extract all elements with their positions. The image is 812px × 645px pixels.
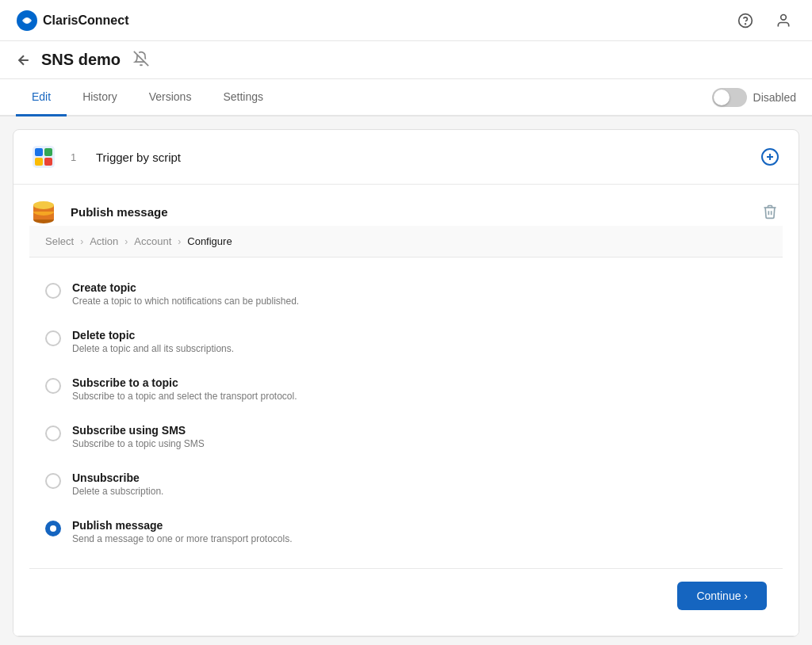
tab-settings[interactable]: Settings <box>207 79 279 116</box>
breadcrumb-select[interactable]: Select <box>45 235 74 247</box>
option-subscribe-topic-text: Subscribe to a topic Subscribe to a topi… <box>72 376 297 402</box>
radio-delete-topic[interactable] <box>45 330 61 346</box>
logo: ClarisConnect <box>16 10 128 32</box>
page-title: SNS demo <box>41 51 121 69</box>
trigger-icon <box>31 144 56 170</box>
help-icon <box>737 13 753 29</box>
option-subscribe-sms-desc: Subscribe to a topic using SMS <box>72 438 205 449</box>
navbar-left: ClarisConnect <box>16 10 128 32</box>
breadcrumb-action[interactable]: Action <box>90 235 118 247</box>
option-create-topic-title: Create topic <box>72 281 299 294</box>
option-unsubscribe-text: Unsubscribe Delete a subscription. <box>72 471 163 497</box>
enabled-toggle[interactable] <box>712 88 747 107</box>
toggle-label: Disabled <box>753 91 796 104</box>
options-list: Create topic Create a topic to which not… <box>29 258 783 568</box>
option-subscribe-sms-text: Subscribe using SMS Subscribe to a topic… <box>72 424 205 449</box>
back-button[interactable] <box>16 52 32 68</box>
main-content: 1 Trigger by script <box>0 116 812 645</box>
svg-rect-10 <box>44 158 52 166</box>
trigger-step-icon <box>29 143 58 171</box>
radio-inner-dot <box>50 525 56 532</box>
help-button[interactable] <box>733 8 758 33</box>
back-arrow-icon <box>16 52 32 68</box>
option-publish-message-desc: Send a message to one or more transport … <box>72 533 292 544</box>
app-name: ClarisConnect <box>43 13 128 28</box>
tab-edit[interactable]: Edit <box>16 79 67 116</box>
option-subscribe-topic-desc: Subscribe to a topic and select the tran… <box>72 391 297 402</box>
chevron-icon-2: › <box>124 236 128 247</box>
delete-step-button[interactable] <box>757 199 783 224</box>
option-create-topic-desc: Create a topic to which notifications ca… <box>72 296 299 307</box>
breadcrumb-account[interactable]: Account <box>134 235 171 247</box>
publish-header: Publish message <box>29 197 783 226</box>
workflow-card: 1 Trigger by script <box>13 129 799 637</box>
option-create-topic-text: Create topic Create a topic to which not… <box>72 281 299 307</box>
toggle-area: Disabled <box>712 88 796 107</box>
option-publish-message[interactable]: Publish message Send a message to one or… <box>45 508 767 555</box>
continue-button[interactable]: Continue › <box>677 582 767 610</box>
trigger-step-name: Trigger by script <box>96 151 745 164</box>
user-button[interactable] <box>771 8 796 33</box>
tabs-bar: Edit History Versions Settings Disabled <box>0 79 812 116</box>
trigger-step-number: 1 <box>71 151 83 163</box>
option-unsubscribe-title: Unsubscribe <box>72 471 163 484</box>
svg-rect-7 <box>35 148 43 156</box>
chevron-icon-1: › <box>80 236 83 247</box>
publish-step-row: Publish message Select › Action › Accoun… <box>13 185 799 636</box>
breadcrumb-configure[interactable]: Configure <box>187 235 232 247</box>
option-unsubscribe-desc: Delete a subscription. <box>72 486 163 497</box>
svg-rect-9 <box>35 158 43 166</box>
tabs: Edit History Versions Settings <box>16 79 279 115</box>
navbar: ClarisConnect <box>0 0 812 41</box>
add-step-button[interactable] <box>757 144 783 170</box>
svg-point-18 <box>33 201 54 209</box>
option-delete-topic-title: Delete topic <box>72 329 234 342</box>
radio-publish-message[interactable] <box>45 521 61 536</box>
svg-rect-8 <box>44 148 52 156</box>
navbar-right <box>733 8 796 33</box>
option-delete-topic-desc: Delete a topic and all its subscriptions… <box>72 343 234 354</box>
option-subscribe-sms[interactable]: Subscribe using SMS Subscribe to a topic… <box>45 413 767 460</box>
radio-create-topic[interactable] <box>45 283 61 299</box>
option-subscribe-topic[interactable]: Subscribe to a topic Subscribe to a topi… <box>45 365 767 413</box>
card-footer: Continue › <box>29 568 783 623</box>
svg-point-1 <box>25 18 29 23</box>
trigger-step-row: 1 Trigger by script <box>13 130 799 185</box>
logo-icon <box>16 10 38 32</box>
breadcrumb: Select › Action › Account › Configure <box>29 226 783 258</box>
radio-unsubscribe[interactable] <box>45 473 61 489</box>
add-circle-icon <box>760 147 779 166</box>
sns-icon <box>29 197 58 226</box>
bell-button[interactable] <box>133 51 149 69</box>
option-publish-message-text: Publish message Send a message to one or… <box>72 519 292 544</box>
option-create-topic[interactable]: Create topic Create a topic to which not… <box>45 270 767 318</box>
option-publish-message-title: Publish message <box>72 519 292 532</box>
option-delete-topic[interactable]: Delete topic Delete a topic and all its … <box>45 318 767 365</box>
chevron-icon-3: › <box>178 236 181 247</box>
option-unsubscribe[interactable]: Unsubscribe Delete a subscription. <box>45 460 767 508</box>
radio-subscribe-topic[interactable] <box>45 378 61 394</box>
publish-step-name: Publish message <box>71 205 745 219</box>
option-delete-topic-text: Delete topic Delete a topic and all its … <box>72 329 234 354</box>
radio-subscribe-sms[interactable] <box>45 426 61 441</box>
tab-history[interactable]: History <box>67 79 133 116</box>
user-icon <box>776 13 791 29</box>
bell-off-icon <box>133 51 149 67</box>
svg-point-4 <box>781 14 787 20</box>
trash-icon <box>762 204 778 219</box>
sns-step-icon <box>29 197 58 226</box>
page-header: SNS demo <box>0 41 812 79</box>
svg-line-5 <box>134 52 148 66</box>
option-subscribe-sms-title: Subscribe using SMS <box>72 424 205 437</box>
option-subscribe-topic-title: Subscribe to a topic <box>72 376 297 389</box>
svg-point-3 <box>745 23 746 24</box>
tab-versions[interactable]: Versions <box>133 79 208 116</box>
